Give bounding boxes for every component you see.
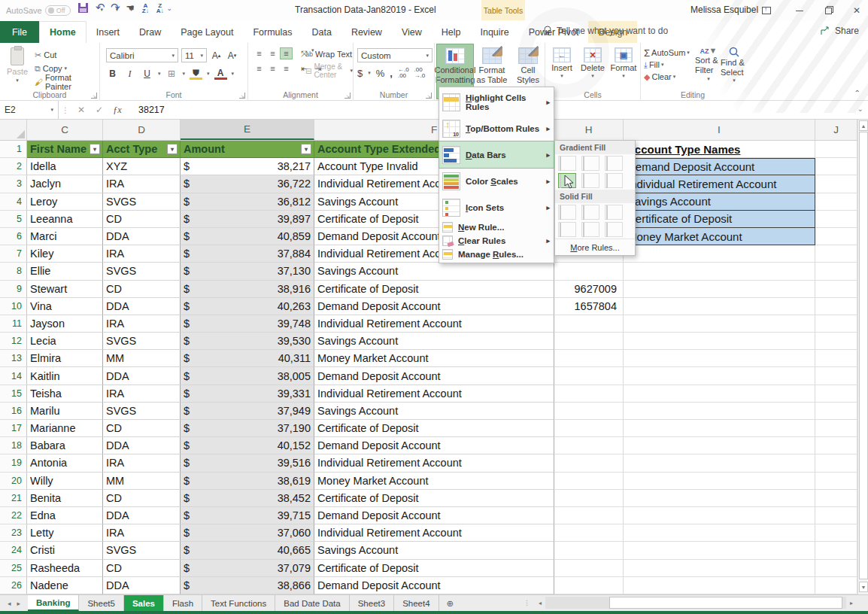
cell-I11[interactable] xyxy=(624,315,815,333)
cell-C22[interactable]: Edna xyxy=(27,507,103,524)
cell-F13[interactable]: Money Market Account xyxy=(314,350,554,367)
cell-H12[interactable] xyxy=(554,333,624,350)
cell-J8[interactable] xyxy=(815,263,857,280)
cell-F12[interactable]: Savings Account xyxy=(314,333,554,350)
row-number-4[interactable]: 4 xyxy=(0,193,27,211)
cell-D22[interactable]: DDA xyxy=(103,507,181,524)
horizontal-scrollbar[interactable]: ⋮ ◂ ▸ xyxy=(519,596,857,609)
cell-H10[interactable]: 1657804 xyxy=(554,298,624,315)
row-number-26[interactable]: 26 xyxy=(0,577,27,594)
clear-button[interactable]: ◆Clear▾ xyxy=(644,71,690,83)
cell-H24[interactable] xyxy=(554,542,624,559)
table-header-amount[interactable]: Amount▾ xyxy=(181,141,314,158)
cell-D21[interactable]: CD xyxy=(103,490,181,507)
cell-F24[interactable]: Savings Account xyxy=(314,542,554,559)
cell-E12[interactable]: $39,530 xyxy=(181,333,314,350)
merge-center-button[interactable]: ⊟Merge & Center▾ xyxy=(305,64,353,78)
cell-I17[interactable] xyxy=(624,420,815,437)
scroll-right-icon[interactable]: ▸ xyxy=(846,597,857,609)
cell-E23[interactable]: $37,060 xyxy=(181,524,314,542)
tab-file[interactable]: File xyxy=(0,21,39,43)
scroll-down-icon[interactable]: ▼ xyxy=(859,582,868,592)
row-number-21[interactable]: 21 xyxy=(0,490,27,507)
tab-data[interactable]: Data xyxy=(302,21,341,43)
align-right-icon[interactable]: ≡ xyxy=(280,62,293,74)
sheet-tab-sheet4[interactable]: Sheet4 xyxy=(394,595,439,611)
cell-D6[interactable]: DDA xyxy=(103,228,181,245)
menu-item-new-rule[interactable]: New Rule... xyxy=(439,220,554,234)
databar-swatch-solid-orange[interactable] xyxy=(558,222,576,237)
new-sheet-icon[interactable]: ⊕ xyxy=(439,595,462,611)
cell-D25[interactable]: CD xyxy=(103,560,181,577)
select-all-corner[interactable] xyxy=(0,120,27,140)
row-number-9[interactable]: 9 xyxy=(0,281,27,298)
cell-F15[interactable]: Individual Retirement Account xyxy=(314,385,554,403)
cell-J11[interactable] xyxy=(815,315,857,333)
cell-C3[interactable]: Jaclyn xyxy=(27,175,103,193)
scroll-up-icon[interactable]: ▲ xyxy=(859,120,868,131)
tab-home[interactable]: Home xyxy=(39,21,86,43)
enter-icon[interactable]: ✓ xyxy=(90,105,108,115)
databar-swatch-solid-lightblue[interactable] xyxy=(581,222,599,237)
cancel-icon[interactable]: ✕ xyxy=(72,105,90,115)
cell-F14[interactable]: Demand Deposit Account xyxy=(314,367,554,385)
close-icon[interactable]: ✕ xyxy=(842,0,868,21)
minimize-icon[interactable] xyxy=(785,0,814,21)
cell-E19[interactable]: $39,516 xyxy=(181,454,314,472)
cell-I22[interactable] xyxy=(624,507,815,524)
menu-item-top-bottom-rules[interactable]: Top/Bottom Rules▸ xyxy=(439,115,554,141)
sheet-nav-arrows[interactable]: ◂▸ xyxy=(0,595,28,611)
cell-I13[interactable] xyxy=(624,350,815,367)
menu-item-icon-sets[interactable]: Icon Sets▸ xyxy=(439,194,554,220)
row-number-25[interactable]: 25 xyxy=(0,560,27,577)
sheet-tab-sheet3[interactable]: Sheet3 xyxy=(350,595,394,611)
cell-J3[interactable] xyxy=(815,175,857,193)
cell-D16[interactable]: SVGS xyxy=(103,403,181,420)
number-format-select[interactable]: Custom▾ xyxy=(357,48,432,62)
redo-button[interactable]: ↷▾ xyxy=(111,2,118,14)
cell-C18[interactable]: Babara xyxy=(27,437,103,454)
cell-D18[interactable]: DDA xyxy=(103,437,181,454)
cell-D24[interactable]: SVGS xyxy=(103,542,181,559)
cell-I25[interactable] xyxy=(624,560,815,577)
cell-C19[interactable]: Antonia xyxy=(27,454,103,472)
cell-H25[interactable] xyxy=(554,560,624,577)
row-number-8[interactable]: 8 xyxy=(0,263,27,280)
cell-H16[interactable] xyxy=(554,403,624,420)
tab-inquire[interactable]: Inquire xyxy=(470,21,518,43)
cell-J10[interactable] xyxy=(815,298,857,315)
column-header-H[interactable]: H xyxy=(554,120,624,140)
cell-I15[interactable] xyxy=(624,385,815,403)
tab-help[interactable]: Help xyxy=(432,21,471,43)
cell-H18[interactable] xyxy=(554,437,624,454)
tab-draw[interactable]: Draw xyxy=(129,21,171,43)
menu-item-manage-rules[interactable]: Manage Rules... xyxy=(439,248,554,261)
cell-J12[interactable] xyxy=(815,333,857,350)
cell-F10[interactable]: Demand Deposit Account xyxy=(314,298,554,315)
cell-C14[interactable]: Kaitlin xyxy=(27,367,103,385)
row-number-3[interactable]: 3 xyxy=(0,175,27,193)
row-number-22[interactable]: 22 xyxy=(0,507,27,524)
row-number-5[interactable]: 5 xyxy=(0,211,27,228)
cell-F21[interactable]: Certificate of Deposit xyxy=(314,490,554,507)
cell-H14[interactable] xyxy=(554,367,624,385)
sheet-tab-banking[interactable]: Banking xyxy=(28,595,79,611)
cell-F17[interactable]: Certificate of Deposit xyxy=(314,420,554,437)
cell-C21[interactable]: Benita xyxy=(27,490,103,507)
tell-me-box[interactable]: Tell me what you want to do xyxy=(543,26,668,36)
cell-I8[interactable] xyxy=(624,263,815,280)
cell-C23[interactable]: Letty xyxy=(27,524,103,542)
align-left-icon[interactable]: ≡ xyxy=(253,62,266,74)
cell-D20[interactable]: MM xyxy=(103,473,181,490)
center-icon[interactable]: ≡ xyxy=(266,62,279,74)
cell-I23[interactable] xyxy=(624,524,815,542)
font-dialog-launcher[interactable] xyxy=(239,93,245,99)
cell-C8[interactable]: Ellie xyxy=(27,263,103,280)
bottom-align-icon[interactable]: ≡ xyxy=(280,47,293,59)
vertical-scroll-thumb[interactable] xyxy=(859,132,868,579)
accounting-format-icon[interactable]: $ xyxy=(357,68,363,79)
databar-swatch-solid-blue[interactable] xyxy=(558,205,576,220)
wrap-text-button[interactable]: abWrap Text xyxy=(305,47,352,61)
name-box[interactable]: E2▾ xyxy=(0,101,59,120)
cell-I6-account-name[interactable]: Money Market Account xyxy=(624,228,815,245)
